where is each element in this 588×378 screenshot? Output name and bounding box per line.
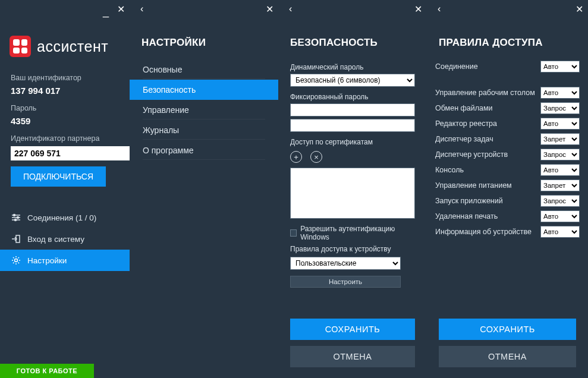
- close-icon[interactable]: ✕: [576, 4, 583, 15]
- device-rules-label: Правила доступа к устройству: [290, 245, 415, 253]
- rule-label: Информация об устройстве: [435, 228, 532, 236]
- rule-label: Запуск приложений: [435, 197, 503, 205]
- rule-label: Соединение: [435, 62, 478, 71]
- remove-cert-icon[interactable]: ×: [310, 151, 322, 163]
- svg-point-5: [15, 219, 17, 221]
- cancel-button[interactable]: ОТМЕНА: [290, 346, 415, 367]
- rule-row: Удаленная печатьАвто: [435, 209, 580, 223]
- sidebar-item-label: Соединения (1 / 0): [27, 213, 96, 222]
- your-id-value: 137 994 017: [11, 86, 119, 96]
- rule-select[interactable]: Авто: [540, 87, 580, 99]
- cert-listbox[interactable]: [290, 168, 415, 219]
- access-rules-title: ПРАВИЛА ДОСТУПА: [427, 18, 588, 59]
- close-icon[interactable]: ✕: [266, 4, 273, 15]
- security-title: БЕЗОПАСНОСТЬ: [278, 18, 427, 59]
- access-rules-panel: ‹ ✕ ПРАВИЛА ДОСТУПА СоединениеАвтоУправл…: [427, 0, 588, 378]
- settings-item-4[interactable]: О программе: [130, 140, 278, 160]
- rule-select[interactable]: Авто: [540, 61, 580, 73]
- connect-button[interactable]: ПОДКЛЮЧИТЬСЯ: [11, 166, 106, 187]
- rule-select[interactable]: Авто: [540, 118, 580, 130]
- partner-id-input[interactable]: [11, 146, 130, 160]
- rule-label: Диспетчер задач: [435, 135, 493, 143]
- close-icon[interactable]: ✕: [414, 4, 422, 15]
- app-logo-icon: [10, 36, 31, 57]
- cancel-button[interactable]: ОТМЕНА: [439, 346, 576, 367]
- rule-row: Управление рабочим столомАвто: [435, 86, 580, 100]
- rule-row: Управление питаниемЗапрет: [435, 178, 580, 193]
- rule-label: Управление рабочим столом: [435, 89, 535, 97]
- configure-button[interactable]: Настроить: [290, 276, 401, 288]
- add-cert-icon[interactable]: +: [290, 151, 302, 163]
- svg-point-3: [14, 215, 15, 216]
- rule-select[interactable]: Запрос: [540, 149, 580, 160]
- rule-row: Информация об устройствеАвто: [435, 225, 580, 239]
- close-icon[interactable]: ✕: [117, 4, 125, 15]
- settings-title: НАСТРОЙКИ: [130, 18, 278, 59]
- fixed-password-input-1[interactable]: [290, 103, 415, 116]
- settings-item-0[interactable]: Основные: [130, 59, 278, 80]
- sidebar-item-connections[interactable]: Соединения (1 / 0): [0, 207, 130, 228]
- rule-row: Запуск приложенийЗапрос: [435, 194, 580, 208]
- password-label: Пароль: [11, 104, 119, 112]
- partner-id-label: Идентификатор партнера: [11, 134, 119, 143]
- windows-auth-checkbox[interactable]: [290, 229, 297, 237]
- rule-row: СоединениеАвто: [435, 59, 580, 74]
- rule-select[interactable]: Авто: [540, 164, 580, 176]
- windows-auth-label: Разрешить аутентификацию Windows: [300, 225, 415, 241]
- sidebar-item-settings[interactable]: Настройки: [0, 250, 130, 271]
- password-value: 4359: [11, 116, 119, 126]
- settings-item-3[interactable]: Журналы: [130, 120, 278, 140]
- rule-select[interactable]: Запрос: [540, 195, 580, 207]
- sidebar-item-login[interactable]: Вход в систему: [0, 228, 130, 250]
- save-button[interactable]: СОХРАНИТЬ: [439, 319, 576, 340]
- your-id-label: Ваш идентификатор: [11, 74, 119, 82]
- rule-select[interactable]: Запрет: [540, 179, 580, 191]
- rule-select[interactable]: Авто: [540, 226, 580, 238]
- svg-point-4: [17, 217, 19, 219]
- rule-row: Обмен файламиЗапрос: [435, 101, 580, 115]
- dynamic-password-select[interactable]: Безопасный (6 символов): [290, 74, 415, 87]
- sliders-icon: [11, 213, 21, 222]
- fixed-password-input-2[interactable]: [290, 119, 415, 132]
- dynamic-password-label: Динамический пароль: [290, 63, 415, 71]
- rule-row: Диспетчер задачЗапрет: [435, 132, 580, 146]
- settings-item-1[interactable]: Безопасность: [130, 80, 278, 100]
- rule-row: КонсольАвто: [435, 163, 580, 177]
- gear-icon: [11, 256, 21, 265]
- rule-select[interactable]: Запрос: [540, 102, 580, 114]
- rule-label: Диспетчер устройств: [435, 150, 508, 159]
- main-panel: _ ✕ ассистент Ваш идентификатор 137 994 …: [0, 0, 130, 378]
- rule-row: Диспетчер устройствЗапрос: [435, 147, 580, 162]
- cert-access-label: Доступ по сертификатам: [290, 138, 415, 146]
- sidebar-item-label: Настройки: [27, 256, 67, 265]
- back-icon[interactable]: ‹: [283, 4, 292, 14]
- rule-label: Обмен файлами: [435, 104, 493, 112]
- login-icon: [11, 234, 21, 244]
- rule-label: Консоль: [435, 166, 464, 174]
- rule-row: Редактор реестраАвто: [435, 116, 580, 131]
- device-rules-select[interactable]: Пользовательские: [290, 257, 401, 270]
- rule-select[interactable]: Запрет: [540, 133, 580, 145]
- rule-label: Управление питанием: [435, 181, 512, 190]
- minimize-icon[interactable]: _: [103, 5, 109, 18]
- back-icon[interactable]: ‹: [432, 4, 441, 14]
- rule-label: Удаленная печать: [435, 212, 498, 220]
- settings-item-2[interactable]: Управление: [130, 100, 278, 120]
- back-icon[interactable]: ‹: [134, 4, 143, 14]
- settings-panel: ‹ ✕ НАСТРОЙКИ ОсновныеБезопасностьУправл…: [130, 0, 278, 378]
- svg-point-8: [15, 259, 18, 262]
- rule-select[interactable]: Авто: [540, 210, 580, 222]
- app-name: ассистент: [37, 38, 108, 55]
- rule-label: Редактор реестра: [435, 119, 497, 128]
- status-badge: ГОТОВ К РАБОТЕ: [0, 364, 94, 378]
- fixed-password-label: Фиксированный пароль: [290, 93, 415, 101]
- sidebar-item-label: Вход в систему: [27, 235, 84, 244]
- save-button[interactable]: СОХРАНИТЬ: [290, 319, 415, 340]
- security-panel: ‹ ✕ БЕЗОПАСНОСТЬ Динамический пароль Без…: [278, 0, 427, 378]
